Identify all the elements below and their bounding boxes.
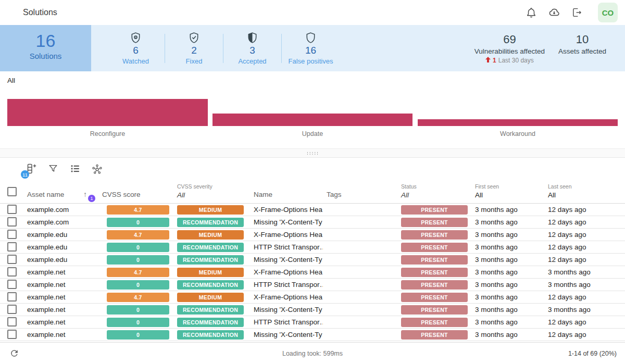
column-header-last-seen[interactable]: Last seen All — [548, 183, 572, 199]
notifications-icon[interactable] — [525, 6, 538, 19]
avatar[interactable]: CO — [598, 3, 618, 22]
row-checkbox[interactable] — [7, 317, 17, 327]
column-header-cvss-severity[interactable]: CVSS severity All — [177, 183, 213, 199]
stat-accepted[interactable]: 3 Accepted — [223, 32, 281, 65]
filter-icon[interactable] — [47, 162, 59, 175]
table-row[interactable]: example.net0RECOMMENDATIONMissing 'X-Con… — [0, 304, 625, 316]
status-badge: PRESENT — [401, 330, 468, 340]
bar-workaround[interactable]: Workaround — [418, 71, 618, 148]
stat-fixed[interactable]: 2 Fixed — [165, 32, 223, 65]
status-badge: PRESENT — [401, 243, 468, 252]
status-badge: PRESENT — [401, 268, 468, 277]
cvss-score-badge: 4.7 — [107, 268, 169, 277]
table-toolbar: 11 — [0, 158, 625, 180]
sort-order-badge: 1 — [88, 195, 95, 202]
cvss-severity-badge: RECOMMENDATION — [177, 243, 244, 252]
solutions-bar-chart: All Reconfigure Update Workaround — [0, 71, 625, 148]
stat-label: Accepted — [223, 57, 281, 65]
trend-up-icon — [485, 57, 491, 64]
column-header-status[interactable]: Status All — [401, 183, 417, 199]
table-row[interactable]: example.edu0RECOMMENDATIONMissing 'X-Con… — [0, 254, 625, 266]
cell-asset-name: example.com — [27, 204, 100, 216]
trend-value: 1 — [493, 57, 496, 64]
shield-eye-icon — [107, 32, 165, 44]
status-badge: PRESENT — [401, 218, 468, 227]
filter-label: CVSS severity — [177, 183, 213, 190]
column-header-first-seen[interactable]: First seen All — [475, 183, 499, 199]
cvss-severity-badge: RECOMMENDATION — [177, 318, 244, 327]
cvss-score-badge: 0 — [107, 330, 169, 340]
table-header: Asset name ↑ 1 CVSS score CVSS severity … — [0, 180, 625, 204]
table-row[interactable]: example.edu0RECOMMENDATIONHTTP Strict Tr… — [0, 241, 625, 254]
column-header-name[interactable]: Name — [254, 191, 272, 198]
solutions-label: Solutions — [0, 52, 91, 60]
row-checkbox[interactable] — [7, 242, 17, 252]
refresh-icon[interactable] — [8, 348, 20, 359]
table-row[interactable]: example.net0RECOMMENDATIONMissing 'X-Con… — [0, 329, 625, 341]
table-body: example.com4.7MEDIUMX-Frame-Options Hea…… — [0, 204, 625, 341]
cell-first-seen: 3 months ago — [475, 229, 543, 241]
table-footer: Loading took: 599ms 1-14 of 69 (20%) — [0, 342, 625, 364]
bar-label: Update — [213, 130, 413, 137]
column-header-tags[interactable]: Tags — [327, 191, 342, 198]
cell-asset-name: example.edu — [27, 229, 100, 241]
cvss-severity-badge: RECOMMENDATION — [177, 218, 244, 227]
cell-name: HTTP Strict Transpor… — [254, 279, 323, 291]
column-header-asset-name[interactable]: Asset name — [27, 191, 64, 198]
logout-icon[interactable] — [571, 6, 583, 19]
stat-label: Fixed — [165, 57, 223, 65]
app-bar: Solutions CO — [0, 0, 625, 25]
cell-asset-name: example.edu — [27, 254, 100, 266]
stat-watched[interactable]: 6 Watched — [107, 32, 165, 65]
cell-name: X-Frame-Options Hea… — [254, 266, 323, 278]
row-checkbox[interactable] — [7, 292, 17, 302]
app-bar-actions: CO — [525, 3, 618, 22]
stat-solutions-selected[interactable]: 16 Solutions — [0, 25, 91, 71]
cell-name: Missing 'X-Content-Ty… — [254, 329, 323, 341]
table-row[interactable]: example.com4.7MEDIUMX-Frame-Options Hea…… — [0, 204, 625, 216]
add-column-button[interactable]: 11 — [25, 162, 38, 175]
cvss-score-badge: 4.7 — [107, 230, 169, 240]
row-checkbox[interactable] — [7, 230, 17, 239]
cell-name: X-Frame-Options Hea… — [254, 204, 323, 216]
row-checkbox[interactable] — [7, 280, 17, 289]
filter-value: All — [177, 191, 213, 199]
row-checkbox[interactable] — [7, 267, 17, 277]
cell-last-seen: 12 days ago — [548, 216, 621, 228]
table-row[interactable]: example.net0RECOMMENDATIONHTTP Strict Tr… — [0, 279, 625, 291]
row-checkbox[interactable] — [7, 305, 17, 314]
cell-name: X-Frame-Options Hea… — [254, 229, 323, 241]
cvss-severity-badge: MEDIUM — [177, 205, 244, 215]
column-header-cvss-score[interactable]: CVSS score — [102, 191, 141, 198]
cell-last-seen: 12 days ago — [548, 329, 621, 341]
panel-resize-handle[interactable] — [0, 148, 625, 158]
cvss-score-badge: 0 — [107, 218, 169, 227]
cloud-download-icon[interactable] — [548, 6, 560, 19]
table-row[interactable]: example.edu4.7MEDIUMX-Frame-Options Hea…… — [0, 229, 625, 241]
relations-graph-icon[interactable] — [91, 162, 103, 175]
cell-name: Missing 'X-Content-Ty… — [254, 216, 323, 228]
cell-name: HTTP Strict Transpor… — [254, 241, 323, 253]
table-row[interactable]: example.com0RECOMMENDATIONMissing 'X-Con… — [0, 216, 625, 229]
bar-reconfigure[interactable]: Reconfigure — [7, 71, 208, 148]
stat-false-positives[interactable]: 16 False positives — [282, 32, 340, 65]
row-checkbox[interactable] — [7, 205, 17, 214]
select-all-checkbox[interactable] — [7, 187, 17, 196]
sort-asc-icon[interactable]: ↑ — [83, 190, 87, 198]
row-checkbox[interactable] — [7, 255, 17, 264]
table-row[interactable]: example.net4.7MEDIUMX-Frame-Options Hea…… — [0, 291, 625, 304]
cvss-severity-badge: MEDIUM — [177, 268, 244, 277]
bar-update[interactable]: Update — [213, 71, 413, 148]
table-row[interactable]: example.net4.7MEDIUMX-Frame-Options Hea…… — [0, 266, 625, 279]
table-row[interactable]: example.net0RECOMMENDATIONHTTP Strict Tr… — [0, 316, 625, 329]
filter-label: First seen — [475, 183, 499, 190]
row-checkbox[interactable] — [7, 217, 17, 227]
stat-assets-affected: 10 Assets affected — [558, 33, 606, 55]
stat-items: 6 Watched 2 Fixed — [107, 32, 340, 65]
stat-label: False positives — [282, 57, 340, 65]
row-checkbox[interactable] — [7, 330, 17, 339]
filter-value: All — [475, 191, 499, 199]
cell-last-seen: 12 days ago — [548, 291, 621, 303]
list-view-icon[interactable] — [69, 162, 81, 175]
cell-first-seen: 3 months ago — [475, 204, 543, 216]
